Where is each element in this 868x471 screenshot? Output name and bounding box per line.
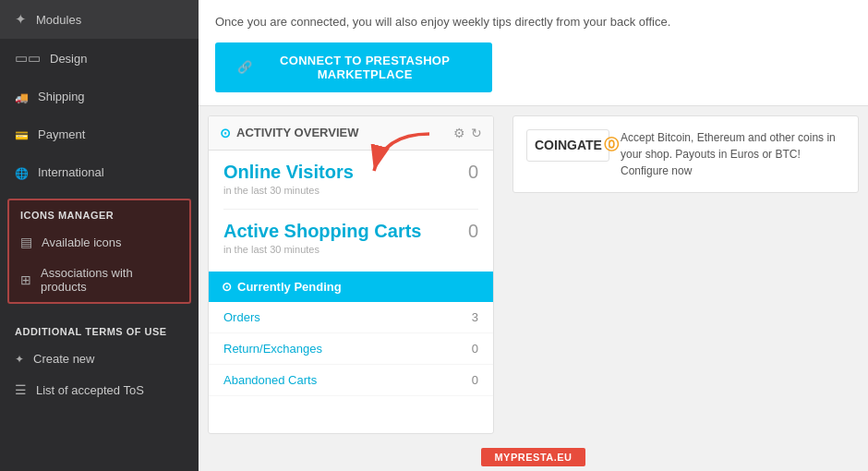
sidebar-nav-item-payment[interactable]: Payment (0, 115, 199, 153)
puzzle2-icon (15, 351, 24, 366)
main-content: Once you are connected, you will also en… (199, 0, 868, 471)
activity-title: ⊙ ACTIVITY OVERVIEW (220, 126, 358, 140)
coingate-ad: COINGATE ⓪ Accept Bitcoin, Ethereum and … (512, 115, 859, 193)
available-icons-label: Available icons (42, 236, 121, 249)
create-new-label: Create new (33, 352, 94, 366)
mypresta-badge: MYPRESTA.EU (481, 448, 585, 466)
sidebar-label-payment: Payment (38, 127, 85, 141)
pending-icon: ⊙ (222, 280, 232, 294)
active-carts-label: Active Shopping Carts (223, 221, 421, 242)
sidebar-nav-item-modules[interactable]: Modules (0, 0, 199, 39)
carts-link[interactable]: Abandoned Carts (223, 373, 317, 387)
activity-panel: ⊙ ACTIVITY OVERVIEW ⚙ ↻ Online Visitors … (208, 115, 494, 435)
bottom-bar: MYPRESTA.EU (199, 443, 868, 471)
pending-row-carts: Abandoned Carts 0 (209, 365, 493, 396)
link-icon: ⊞ (20, 272, 31, 287)
top-section: Once you are connected, you will also en… (199, 0, 868, 106)
active-carts-sublabel: in the last 30 minutes (223, 244, 478, 255)
online-visitors-label: Online Visitors (223, 162, 354, 183)
sidebar-nav-item-international[interactable]: International (0, 153, 199, 191)
orders-link[interactable]: Orders (223, 310, 260, 324)
sidebar-item-list-accepted[interactable]: List of accepted ToS (0, 374, 199, 405)
pending-title: Currently Pending (237, 280, 342, 294)
icons-manager-section: ICONS MANAGER ▤ Available icons ⊞ Associ… (7, 199, 191, 304)
refresh-icon[interactable]: ↻ (471, 126, 482, 140)
coingate-logo-text: COINGATE (535, 138, 602, 152)
puzzle-icon (15, 11, 27, 28)
sidebar-nav-item-shipping[interactable]: Shipping (0, 78, 199, 115)
additional-terms-section: ADDITIONAL TERMS OF USE Create new List … (0, 311, 199, 413)
image-icon: ▤ (20, 235, 32, 249)
coingate-description: Accept Bitcoin, Ethereum and other coins… (621, 129, 845, 179)
right-panel: COINGATE ⓪ Accept Bitcoin, Ethereum and … (503, 106, 868, 444)
connect-button[interactable]: 🔗 CONNECT TO PRESTASHOP MARKETPLACE (215, 42, 492, 92)
globe-icon (15, 164, 29, 180)
sidebar-item-associations[interactable]: ⊞ Associations with products (9, 258, 189, 302)
pending-header: ⊙ Currently Pending (209, 272, 493, 302)
sidebar-label-shipping: Shipping (38, 90, 85, 103)
clock-icon: ⊙ (220, 126, 231, 140)
list-accepted-label: List of accepted ToS (36, 383, 144, 397)
returns-link[interactable]: Return/Exchanges (223, 342, 322, 356)
sidebar-nav-item-design[interactable]: ▭ Design (0, 39, 199, 78)
sidebar-label-design: Design (50, 52, 87, 66)
list-icon (15, 382, 27, 397)
icons-manager-title: ICONS MANAGER (9, 200, 189, 226)
pending-row-returns: Return/Exchanges 0 (209, 333, 493, 365)
content-area: ⊙ ACTIVITY OVERVIEW ⚙ ↻ Online Visitors … (199, 106, 868, 444)
coin-icon: ⓪ (604, 136, 619, 155)
active-carts-value: 0 (468, 221, 478, 242)
sidebar-label-modules: Modules (36, 13, 81, 27)
connect-button-label: CONNECT TO PRESTASHOP MARKETPLACE (259, 54, 470, 81)
activity-header: ⊙ ACTIVITY OVERVIEW ⚙ ↻ (209, 116, 493, 151)
coingate-logo: COINGATE ⓪ (526, 129, 609, 162)
active-carts-block: Active Shopping Carts 0 in the last 30 m… (209, 210, 493, 268)
online-visitors-value: 0 (468, 162, 478, 183)
sidebar-item-available-icons[interactable]: ▤ Available icons (9, 226, 189, 258)
truck-icon (15, 89, 29, 104)
additional-terms-title: ADDITIONAL TERMS OF USE (0, 319, 199, 343)
settings-icon[interactable]: ⚙ (453, 126, 465, 140)
online-visitors-sublabel: in the last 30 minutes (223, 185, 478, 196)
monitor-icon: ▭ (15, 50, 41, 66)
online-visitors-block: Online Visitors 0 in the last 30 minutes (209, 151, 493, 209)
returns-value: 0 (472, 342, 478, 356)
associations-label: Associations with products (41, 266, 178, 294)
activity-header-icons: ⚙ ↻ (453, 126, 482, 140)
card-icon (15, 127, 29, 142)
pending-row-orders: Orders 3 (209, 302, 493, 333)
sidebar-item-create-new[interactable]: Create new (0, 343, 199, 374)
sidebar-label-international: International (38, 165, 104, 179)
connect-icon: 🔗 (237, 60, 252, 74)
sidebar: Modules ▭ Design Shipping Payment Intern… (0, 0, 199, 471)
top-description: Once you are connected, you will also en… (215, 13, 851, 31)
orders-value: 3 (472, 310, 478, 324)
carts-value: 0 (472, 373, 478, 387)
